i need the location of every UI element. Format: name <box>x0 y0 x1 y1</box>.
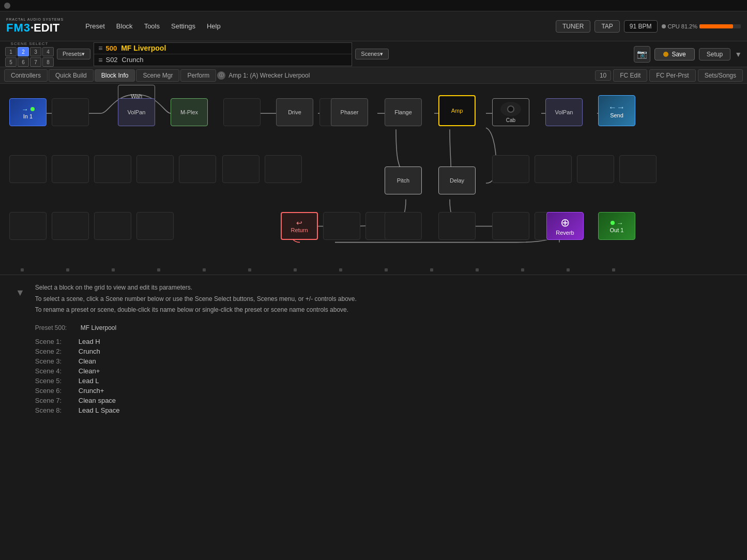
tab-fc-per-prst[interactable]: FC Per-Prst <box>649 69 695 82</box>
scene-btn-4[interactable]: 4 <box>42 47 54 56</box>
empty-r2c3[interactable] <box>136 155 174 183</box>
tab-perform[interactable]: Perform <box>180 69 216 82</box>
amp-label: Amp <box>451 108 463 114</box>
block-volpan1[interactable]: VolPan <box>118 98 155 126</box>
collapse-arrow[interactable]: ▼ <box>16 282 25 298</box>
scene-buttons-row2: 5 6 7 8 <box>5 57 54 67</box>
block-reverb[interactable]: ⊕ Reverb <box>546 212 584 240</box>
tuner-button[interactable]: TUNER <box>556 20 590 33</box>
grid-scrollbar[interactable] <box>0 265 747 275</box>
empty-r2c9[interactable] <box>492 155 529 183</box>
arrow-down[interactable]: ▼ <box>735 50 742 58</box>
scene-btn-8[interactable]: 8 <box>42 57 54 67</box>
empty-r2c6[interactable] <box>265 155 302 183</box>
scene5-label: Scene 5: <box>35 377 77 385</box>
scene-name[interactable]: Crunch <box>122 56 144 64</box>
empty-r2c10[interactable] <box>535 155 572 183</box>
block-phaser[interactable]: Phaser <box>331 98 368 126</box>
scroll-tick <box>476 268 479 271</box>
block-send[interactable]: ←→ Send <box>598 95 635 126</box>
empty-r1c1[interactable] <box>52 98 89 126</box>
empty-r2c1[interactable] <box>52 155 89 183</box>
scene-btn-6[interactable]: 6 <box>18 57 29 67</box>
block-amp[interactable]: Amp <box>438 95 476 126</box>
empty-r2c5[interactable] <box>222 155 260 183</box>
tab-quick-build[interactable]: Quick Build <box>49 69 94 82</box>
empty-r3c8[interactable] <box>438 212 476 240</box>
scene7-value: Clean space <box>79 397 116 404</box>
block-in1[interactable]: → In 1 <box>9 98 47 126</box>
nav-settings[interactable]: Settings <box>170 20 196 32</box>
scene-item-3: Scene 3: Clean <box>35 357 731 365</box>
scene-btn-5[interactable]: 5 <box>5 57 17 67</box>
empty-r3c7[interactable] <box>385 212 422 240</box>
block-mplex[interactable]: M-Plex <box>171 98 208 126</box>
cpu-label: CPU 81.2% <box>668 23 697 29</box>
tab-scene-mgr[interactable]: Scene Mgr <box>136 69 179 82</box>
scroll-tick <box>157 268 160 271</box>
empty-r2c0[interactable] <box>9 155 47 183</box>
scenes-dropdown[interactable]: Scenes▾ <box>355 49 389 59</box>
scroll-tick <box>612 268 615 271</box>
block-delay[interactable]: Delay <box>438 167 476 194</box>
empty-r2c12[interactable] <box>619 155 657 183</box>
nav-preset[interactable]: Preset <box>84 20 106 32</box>
block-drive[interactable]: Drive <box>276 98 313 126</box>
scroll-tick <box>567 268 570 271</box>
preset-number: 500 <box>105 44 117 52</box>
block-out1[interactable]: → Out 1 <box>598 212 635 240</box>
nav-help[interactable]: Help <box>206 20 222 32</box>
tab-block-info[interactable]: Block Info <box>95 69 135 82</box>
empty-r2c4[interactable] <box>179 155 216 183</box>
info-line2: To select a scene, click a Scene number … <box>35 294 731 305</box>
cpu-dot <box>662 24 666 28</box>
scene-btn-2[interactable]: 2 <box>18 47 29 56</box>
empty-r3c5[interactable] <box>323 212 360 240</box>
scroll-tick <box>294 268 297 271</box>
scene3-value: Clean <box>79 357 96 365</box>
topbar: FRACTAL AUDIO SYSTEMS FM3 ·EDIT Preset B… <box>0 11 747 41</box>
scene-select-label: SCENE SELECT <box>5 41 54 46</box>
scene-item-1: Scene 1: Lead H <box>35 338 731 345</box>
block-return[interactable]: ↩ Return <box>281 212 318 240</box>
tap-button[interactable]: TAP <box>594 20 619 33</box>
grid-area: → In 1 Wah VolPan M-Plex Drive Phaser Fl… <box>0 84 747 275</box>
scene-buttons: 1 2 3 4 <box>5 47 54 56</box>
info-instructions: Select a block on the grid to view and e… <box>35 282 731 316</box>
block-cab[interactable]: Cab <box>492 98 529 126</box>
tab-controllers[interactable]: Controllers <box>4 69 48 82</box>
nav-block[interactable]: Block <box>115 20 134 32</box>
preset-info-label: Preset 500: <box>35 324 77 331</box>
camera-button[interactable]: 📷 <box>634 46 650 63</box>
empty-r2c2[interactable] <box>94 155 131 183</box>
tab-sets-songs[interactable]: Sets/Songs <box>698 69 743 82</box>
empty-r3c0[interactable] <box>9 212 47 240</box>
empty-r2c11[interactable] <box>577 155 614 183</box>
scene-item-8: Scene 8: Lead L Space <box>35 406 731 414</box>
scene5-value: Lead L <box>79 377 99 385</box>
nav-tools[interactable]: Tools <box>143 20 161 32</box>
setup-button[interactable]: Setup <box>699 48 730 60</box>
empty-r1c5[interactable] <box>223 98 261 126</box>
empty-r3c2[interactable] <box>94 212 131 240</box>
scene-item-7: Scene 7: Clean space <box>35 397 731 404</box>
scene-btn-7[interactable]: 7 <box>30 57 41 67</box>
send-label: Send <box>610 112 623 118</box>
block-flange[interactable]: Flange <box>385 98 422 126</box>
block-pitch[interactable]: Pitch <box>385 167 422 194</box>
tab-fc-edit[interactable]: FC Edit <box>613 69 647 82</box>
count-badge: 10 <box>595 70 611 81</box>
reverb-icon: ⊕ <box>560 216 570 230</box>
save-button[interactable]: Save <box>654 48 694 60</box>
scene-btn-1[interactable]: 1 <box>5 47 17 56</box>
empty-r3c1[interactable] <box>52 212 89 240</box>
presets-dropdown[interactable]: Presets▾ <box>57 49 90 59</box>
block-volpan2[interactable]: VolPan <box>545 98 583 126</box>
scene-row: ≡ S02 Crunch <box>94 54 352 66</box>
delay-label: Delay <box>450 177 464 184</box>
scene-btn-3[interactable]: 3 <box>30 47 41 56</box>
preset-name[interactable]: MF Liverpool <box>121 44 166 52</box>
empty-r3c3[interactable] <box>136 212 174 240</box>
empty-r3c9[interactable] <box>492 212 529 240</box>
cpu-container: CPU 81.2% <box>662 23 741 29</box>
